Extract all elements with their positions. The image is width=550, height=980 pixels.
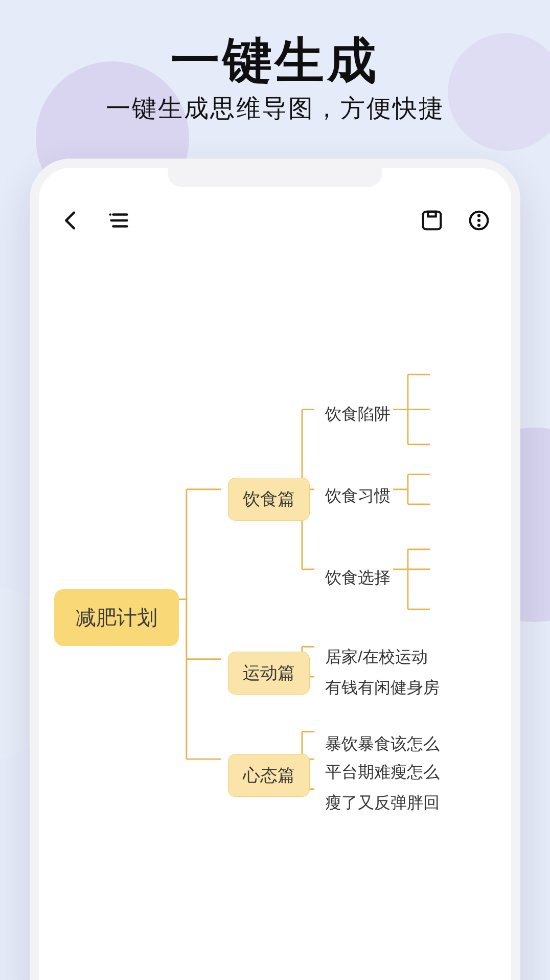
mindmap-leaf-node[interactable]: 饮食习惯 (325, 485, 391, 507)
mindmap-leaf-node[interactable]: 平台期难瘦怎么 (325, 761, 440, 784)
back-icon (59, 209, 83, 232)
svg-rect-2 (428, 212, 436, 217)
svg-rect-1 (423, 212, 441, 230)
mindmap-leaf-node[interactable]: 有钱有闲健身房 (325, 677, 440, 699)
more-icon (467, 209, 491, 232)
mindmap-branch-node[interactable]: 饮食篇 (228, 478, 310, 521)
mindmap-leaf-node[interactable]: 暴饮暴食该怎么 (325, 733, 440, 755)
mindmap-leaf-node[interactable]: 居家/在校运动 (325, 646, 428, 669)
mindmap-branch-node[interactable]: 运动篇 (228, 652, 310, 695)
save-icon (420, 209, 444, 232)
promo-headline: 一键生成 (0, 28, 550, 95)
phone-notch (168, 168, 382, 187)
svg-point-0 (109, 213, 111, 216)
promo-subline: 一键生成思维导图，方便快捷 (0, 92, 550, 125)
phone-mock: 减肥计划 饮食篇 饮食陷阱 饮食习惯 饮食选择 运动篇 居家/在校运动 有钱有闲… (30, 159, 520, 980)
more-button[interactable] (467, 209, 491, 232)
outline-icon (107, 209, 131, 232)
svg-point-4 (477, 214, 480, 217)
mindmap-branch-node[interactable]: 心态篇 (228, 754, 310, 797)
svg-point-5 (477, 219, 480, 222)
app-screen: 减肥计划 饮食篇 饮食陷阱 饮食习惯 饮食选择 运动篇 居家/在校运动 有钱有闲… (39, 168, 511, 980)
mindmap-canvas[interactable]: 减肥计划 饮食篇 饮食陷阱 饮食习惯 饮食选择 运动篇 居家/在校运动 有钱有闲… (39, 250, 511, 980)
back-button[interactable] (59, 209, 83, 232)
mindmap-leaf-node[interactable]: 瘦了又反弹胖回 (325, 792, 440, 814)
mindmap-leaf-node[interactable]: 饮食陷阱 (325, 403, 391, 426)
app-toolbar (39, 197, 511, 243)
outline-button[interactable] (107, 209, 131, 232)
svg-point-6 (477, 224, 480, 227)
mindmap-root-node[interactable]: 减肥计划 (54, 589, 179, 646)
save-button[interactable] (420, 209, 444, 232)
mindmap-leaf-node[interactable]: 饮食选择 (325, 567, 391, 589)
